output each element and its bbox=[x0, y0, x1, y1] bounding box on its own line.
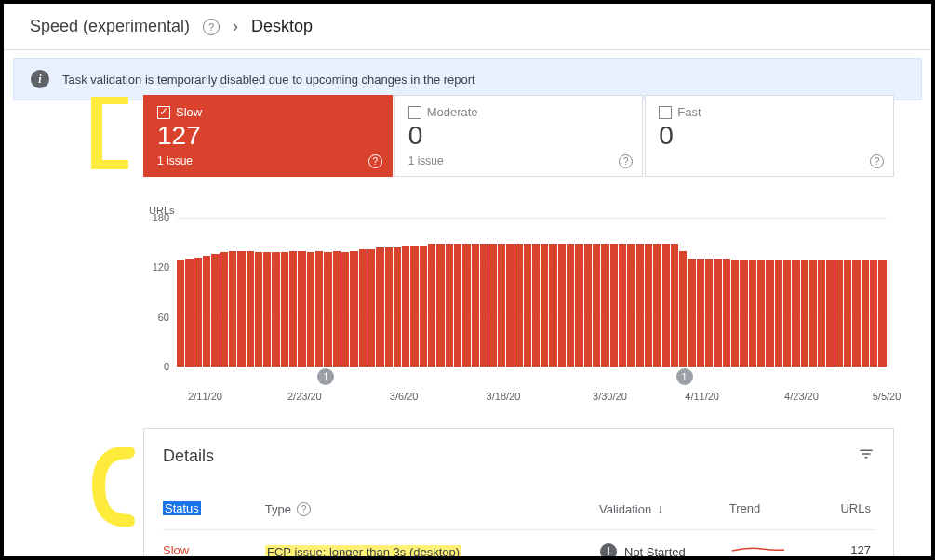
filter-icon[interactable] bbox=[858, 446, 875, 466]
chart-bar bbox=[697, 259, 704, 367]
checkbox-icon bbox=[408, 106, 421, 119]
card-slow[interactable]: Slow 127 1 issue ? bbox=[143, 95, 393, 177]
annotation-bracket-1 bbox=[91, 97, 128, 169]
chart-bar bbox=[272, 252, 279, 367]
chart-bar bbox=[514, 244, 522, 367]
chart-bar bbox=[801, 260, 808, 367]
chart-bar bbox=[488, 244, 496, 367]
chart-bar bbox=[410, 246, 418, 367]
chart-bar bbox=[766, 260, 773, 367]
help-icon[interactable]: ? bbox=[619, 154, 633, 168]
card-fast[interactable]: Fast 0 ? bbox=[645, 95, 894, 177]
chart-bar bbox=[575, 244, 582, 367]
chart-bar bbox=[723, 259, 730, 367]
chart-bar bbox=[835, 260, 843, 367]
chart-bar bbox=[324, 252, 331, 367]
chart-bar bbox=[462, 244, 470, 367]
breadcrumb-header: Speed (experimental) ? › Desktop bbox=[4, 4, 931, 50]
chart-bar bbox=[679, 251, 687, 367]
col-trend[interactable]: Trend bbox=[729, 501, 841, 516]
chart-bar bbox=[247, 251, 254, 367]
chart-bar bbox=[688, 259, 695, 367]
card-slow-value: 127 bbox=[157, 121, 379, 151]
row-status: Slow bbox=[163, 543, 265, 560]
chart-bar bbox=[593, 244, 600, 367]
chart-bar bbox=[870, 260, 877, 367]
checkbox-icon bbox=[157, 106, 170, 119]
exclamation-icon: ! bbox=[600, 543, 617, 560]
chart-bar bbox=[177, 260, 184, 367]
chart-bar bbox=[610, 244, 618, 367]
row-validation: Not Started bbox=[624, 545, 686, 559]
chart-bar bbox=[506, 244, 514, 367]
chart-bar bbox=[428, 244, 435, 367]
chart-bar bbox=[446, 244, 453, 367]
chart-marker[interactable]: 1 bbox=[317, 368, 334, 385]
chart-bar bbox=[705, 259, 713, 367]
chart-bar bbox=[878, 260, 886, 367]
chart-bar bbox=[237, 251, 245, 367]
chart-bar bbox=[714, 259, 721, 367]
annotation-bracket-2 bbox=[91, 447, 136, 527]
chart-bar bbox=[826, 260, 834, 367]
chart-bar bbox=[211, 254, 219, 367]
chart-bar bbox=[627, 244, 634, 367]
chart-bar bbox=[402, 246, 409, 367]
row-urls: 127 bbox=[842, 543, 875, 560]
chart-bar bbox=[549, 244, 556, 367]
card-moderate-sub: 1 issue bbox=[408, 154, 630, 167]
chart-bar bbox=[263, 252, 271, 367]
chart-bar bbox=[350, 251, 357, 367]
sort-down-icon[interactable]: ↓ bbox=[657, 501, 663, 516]
chart-bar bbox=[601, 244, 608, 367]
checkbox-icon bbox=[659, 106, 672, 119]
chart-bar bbox=[731, 260, 739, 367]
chart-bar bbox=[307, 252, 314, 367]
chart-bar bbox=[653, 244, 661, 367]
breadcrumb-current: Desktop bbox=[251, 17, 313, 36]
chart-bar bbox=[289, 251, 297, 367]
chart-bar bbox=[532, 244, 540, 367]
chart-bar bbox=[775, 260, 782, 367]
col-validation[interactable]: Validation bbox=[599, 502, 651, 516]
chart-bar bbox=[498, 244, 505, 367]
chart-bar bbox=[541, 244, 548, 367]
chart-bar bbox=[809, 260, 817, 367]
chart-bar bbox=[524, 244, 531, 367]
row-trend bbox=[730, 543, 842, 560]
col-status[interactable]: Status bbox=[163, 501, 201, 515]
chart-bar bbox=[376, 247, 383, 367]
chart-marker[interactable]: 1 bbox=[676, 368, 693, 385]
card-fast-value: 0 bbox=[659, 121, 880, 151]
col-urls[interactable]: URLs bbox=[840, 501, 875, 516]
chart-bar bbox=[420, 246, 427, 367]
help-icon[interactable]: ? bbox=[870, 154, 884, 168]
chart-bar bbox=[255, 252, 262, 367]
chart-bar bbox=[385, 247, 393, 367]
card-moderate[interactable]: Moderate 0 1 issue ? bbox=[394, 95, 644, 177]
chart-bar bbox=[558, 244, 566, 367]
chart-bar bbox=[298, 251, 305, 367]
summary-cards: Slow 127 1 issue ? Moderate 0 1 issue ? … bbox=[143, 95, 894, 177]
chart-bar bbox=[436, 244, 444, 367]
chart-ylabel: URLs bbox=[149, 205, 894, 216]
chart-bar bbox=[671, 244, 678, 367]
chart-bar bbox=[783, 260, 791, 367]
chart-bar bbox=[619, 244, 626, 367]
chart-bar bbox=[844, 260, 851, 367]
chart-bar bbox=[757, 260, 765, 367]
chart-bar bbox=[220, 252, 228, 367]
row-type: FCP issue: longer than 3s (desktop) bbox=[265, 545, 461, 559]
chart-bar bbox=[818, 260, 825, 367]
chart-bar bbox=[480, 244, 488, 367]
chart-bar bbox=[281, 252, 288, 367]
help-icon[interactable]: ? bbox=[368, 154, 382, 168]
table-row[interactable]: Slow FCP issue: longer than 3s (desktop)… bbox=[163, 529, 875, 560]
chart-bar bbox=[852, 260, 860, 367]
details-title: Details bbox=[163, 447, 214, 466]
help-icon[interactable]: ? bbox=[203, 19, 220, 35]
table-header: Status Type? Validation↓ Trend URLs bbox=[163, 501, 875, 526]
chart-bar bbox=[367, 249, 375, 367]
help-icon[interactable]: ? bbox=[297, 502, 311, 516]
col-type[interactable]: Type bbox=[265, 502, 291, 516]
